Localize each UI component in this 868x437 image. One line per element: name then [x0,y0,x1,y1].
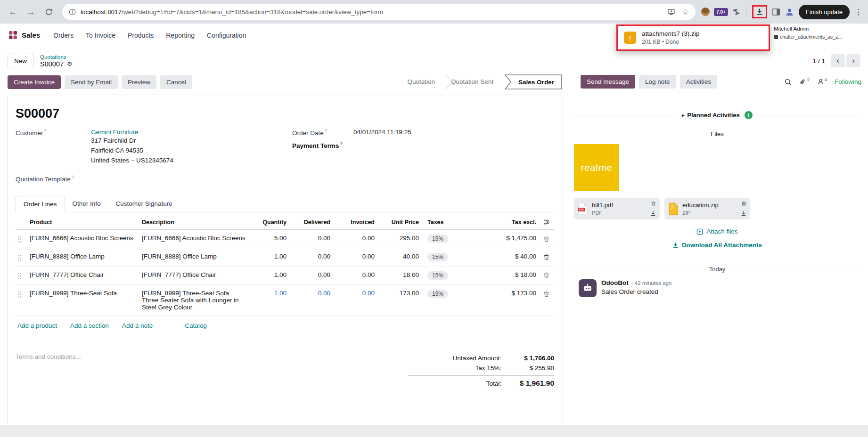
attachment-card[interactable]: education.zip ZIP [664,198,750,219]
cell-unit-price[interactable]: 173.00 [377,290,421,297]
site-info-icon[interactable] [69,8,76,16]
col-taxes[interactable]: Taxes [421,219,468,226]
cell-taxes[interactable]: 15% [421,271,468,280]
col-delivered[interactable]: Delivered [288,219,332,226]
cell-product[interactable]: [FURN_7777] Office Chair [28,271,140,278]
add-section-link[interactable]: Add a section [70,322,109,329]
cell-delivered[interactable]: 0.00 [288,253,332,260]
cell-unit-price[interactable]: 295.00 [377,235,421,242]
image-attachment[interactable]: realme [574,144,619,191]
planned-activities-section[interactable]: ▸ Planned Activities 1 [573,111,861,119]
cell-delivered[interactable]: 0.00 [288,235,332,242]
cell-product[interactable]: [FURN_6666] Acoustic Bloc Screens [28,235,140,242]
download-notification[interactable]: ! attachments7 (3).zip 201 KB • Done [616,24,770,51]
catalog-link[interactable]: Catalog [185,322,207,329]
cell-delivered[interactable]: 0.00 [288,271,332,278]
delete-row-icon[interactable] [538,253,554,260]
preview-button[interactable]: Preview [122,75,156,89]
delete-row-icon[interactable] [538,271,554,279]
reload-icon[interactable] [41,4,57,20]
cell-description[interactable]: [FURN_8999] Three-Seat SofaThree Seater … [140,290,254,311]
download-attachment-icon[interactable] [650,210,656,216]
forward-icon[interactable]: → [23,4,39,20]
finish-update-button[interactable]: Finish update [799,5,850,19]
tab-other-info[interactable]: Other Info [65,196,108,212]
tab-order-lines[interactable]: Order Lines [16,196,65,212]
attachments-icon[interactable]: 3 [799,78,809,86]
new-button[interactable]: New [8,54,33,68]
add-note-link[interactable]: Add a note [122,322,153,329]
downloads-icon[interactable] [755,8,764,16]
delete-row-icon[interactable] [538,235,554,242]
cell-unit-price[interactable]: 18.00 [377,271,421,278]
side-panel-icon[interactable] [771,8,780,16]
add-product-link[interactable]: Add a product [17,322,57,329]
customer-link[interactable]: Gemini Furniture [91,129,173,136]
following-button[interactable]: Following [835,78,861,85]
nav-item-products[interactable]: Products [128,32,154,39]
cell-taxes[interactable]: 15% [421,253,468,261]
cell-invoiced[interactable]: 0.00 [332,271,377,278]
terms-placeholder[interactable]: Terms and conditions... [16,353,81,389]
cell-taxes[interactable]: 15% [421,290,468,298]
cell-description[interactable]: [FURN_8888] Office Lamp [140,253,254,260]
log-note-button[interactable]: Log note [639,75,676,89]
order-date-value[interactable]: 04/01/2024 11:19:25 [353,129,411,136]
attach-files-link[interactable]: Attach files [573,228,861,235]
message-author[interactable]: OdooBot [601,279,629,286]
extension-icon[interactable] [701,8,710,16]
nav-item-configuration[interactable]: Configuration [207,32,246,39]
apps-menu[interactable]: Sales [8,31,40,40]
app-name[interactable]: Sales [22,31,40,39]
col-quantity[interactable]: Quantity [254,219,288,226]
cell-product[interactable]: [FURN_8888] Office Lamp [28,253,140,260]
col-invoiced[interactable]: Invoiced [332,219,377,226]
breadcrumb-parent[interactable]: Quotations [40,54,73,60]
cell-invoiced[interactable]: 0.00 [332,290,377,297]
drag-handle-icon[interactable] [16,271,28,280]
delete-attachment-icon[interactable] [741,201,746,207]
drag-handle-icon[interactable] [16,290,28,298]
col-product[interactable]: Product [28,219,140,226]
cell-quantity[interactable]: 5.00 [254,235,288,242]
cell-unit-price[interactable]: 40.00 [377,253,421,260]
cell-invoiced[interactable]: 0.00 [332,235,377,242]
cell-product[interactable]: [FURN_8999] Three-Seat Sofa [28,290,140,297]
delete-attachment-icon[interactable] [651,201,656,207]
send-by-email-button[interactable]: Send by Email [65,75,118,89]
extension-badge[interactable]: 7.0+ [714,8,728,16]
cell-quantity[interactable]: 1.00 [254,271,288,278]
table-row[interactable]: [FURN_8888] Office Lamp [FURN_8888] Offi… [16,248,554,267]
table-row[interactable]: [FURN_7777] Office Chair [FURN_7777] Off… [16,267,554,285]
optional-columns-icon[interactable] [538,218,554,226]
pager-previous-icon[interactable]: ‹ [831,54,845,67]
bookmark-star-icon[interactable]: ☆ [682,8,689,16]
attachment-name[interactable]: education.zip [682,202,719,209]
cell-delivered[interactable]: 0.00 [288,290,332,297]
download-all-attachments-link[interactable]: Download All Attachments [573,242,861,249]
profile-avatar-icon[interactable] [785,7,794,17]
col-unit-price[interactable]: Unit Price [377,219,421,226]
search-icon[interactable] [784,78,792,86]
cell-taxes[interactable]: 15% [421,235,468,243]
table-row[interactable]: [FURN_6666] Acoustic Bloc Screens [FURN_… [16,230,554,248]
browser-menu-icon[interactable]: ⋮ [854,8,863,16]
attachment-card[interactable]: PDF bill1.pdf PDF [574,198,660,219]
download-attachment-icon[interactable] [741,210,746,216]
download-filename[interactable]: attachments7 (3).zip [642,30,699,37]
send-message-button[interactable]: Send message [581,75,635,89]
cell-quantity[interactable]: 1.00 [254,253,288,260]
create-invoice-button[interactable]: Create Invoice [8,75,61,89]
url-bar[interactable]: localhost:8017/web?debug=1#id=7&cids=1&m… [62,4,696,20]
user-name[interactable]: Mitchell Admin [774,25,863,32]
delete-row-icon[interactable] [538,290,554,297]
drag-handle-icon[interactable] [16,253,28,261]
nav-item-orders[interactable]: Orders [53,32,74,39]
install-app-icon[interactable] [667,8,675,16]
activities-button[interactable]: Activities [680,75,717,89]
user-menu[interactable]: Mitchell Admin chatter_attachments_as_z.… [774,25,863,40]
cell-description[interactable]: [FURN_7777] Office Chair [140,271,254,278]
nav-item-to-invoice[interactable]: To Invoice [86,32,115,39]
followers-icon[interactable]: 2 [817,78,827,86]
back-icon[interactable]: ← [5,4,21,20]
